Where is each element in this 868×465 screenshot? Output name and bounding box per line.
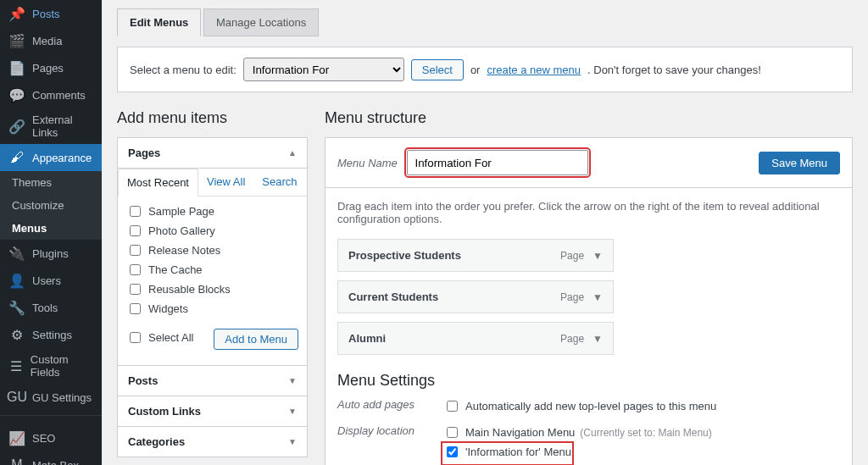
chevron-down-icon: ▼ bbox=[288, 376, 297, 385]
select-menu-label: Select a menu to edit: bbox=[130, 64, 236, 76]
page-item[interactable]: Sample Page bbox=[126, 202, 298, 221]
sidebar-sub-customize[interactable]: Customize bbox=[0, 194, 102, 217]
page-checkbox[interactable] bbox=[130, 264, 141, 275]
sidebar-label: Plugins bbox=[32, 247, 69, 260]
page-list[interactable]: Sample PagePhoto GalleryRelease NotesThe… bbox=[118, 197, 307, 322]
sidebar-item-posts[interactable]: 📌Posts bbox=[0, 0, 102, 27]
tab-manage-locations[interactable]: Manage Locations bbox=[203, 8, 319, 36]
sidebar-item-tools[interactable]: 🔧Tools bbox=[0, 294, 102, 321]
sidebar-label: Posts bbox=[32, 8, 60, 20]
sidebar-label: Appearance bbox=[32, 152, 92, 164]
menu-select[interactable]: Information For bbox=[243, 58, 404, 81]
accordion-categories[interactable]: Categories▼ bbox=[118, 427, 307, 457]
page-item[interactable]: Widgets bbox=[126, 299, 298, 318]
location-info-for[interactable]: 'Information for' Menu bbox=[443, 444, 571, 460]
drag-hint: Drag each item into the order you prefer… bbox=[337, 200, 840, 225]
sidebar-item-meta-box[interactable]: MMeta Box bbox=[0, 451, 102, 465]
sidebar-item-external-links[interactable]: 🔗External Links bbox=[0, 108, 102, 144]
select-all[interactable]: Select All bbox=[126, 329, 193, 346]
subtab-search[interactable]: Search bbox=[253, 169, 305, 196]
page-item[interactable]: Photo Gallery bbox=[126, 221, 298, 241]
accordion-pages[interactable]: Pages▲ bbox=[118, 138, 307, 168]
sidebar-item-comments[interactable]: 💬Comments bbox=[0, 81, 102, 108]
accordion-custom-links[interactable]: Custom Links▼ bbox=[118, 396, 307, 426]
save-menu-button-top[interactable]: Save Menu bbox=[759, 152, 840, 174]
sidebar-item-users[interactable]: 👤Users bbox=[0, 267, 102, 294]
subtab-view-all[interactable]: View All bbox=[198, 169, 253, 196]
create-menu-link[interactable]: create a new menu bbox=[487, 64, 581, 76]
sidebar-item-appearance[interactable]: 🖌Appearance bbox=[0, 144, 102, 171]
menu-item[interactable]: Prospective StudentsPage ▼ bbox=[337, 239, 614, 272]
sidebar-item-gu-settings[interactable]: GUGU Settings bbox=[0, 384, 102, 411]
sidebar-item-settings[interactable]: ⚙Settings bbox=[0, 321, 102, 348]
page-checkbox[interactable] bbox=[130, 225, 141, 236]
add-items-title: Add menu items bbox=[117, 109, 308, 127]
sidebar-sub-themes[interactable]: Themes bbox=[0, 171, 102, 194]
sidebar-label: Settings bbox=[32, 329, 72, 341]
auto-add-option[interactable]: Automatically add new top-level pages to… bbox=[443, 398, 716, 414]
sidebar-icon: 💬 bbox=[8, 86, 25, 103]
sidebar-label: Media bbox=[32, 35, 62, 47]
location-main-nav[interactable]: Main Navigation Menu (Currently set to: … bbox=[443, 424, 712, 440]
page-checkbox[interactable] bbox=[130, 303, 141, 314]
chevron-up-icon: ▲ bbox=[288, 148, 297, 158]
sidebar-icon: 📄 bbox=[8, 59, 25, 76]
sidebar-item-pages[interactable]: 📄Pages bbox=[0, 54, 102, 81]
or-text: or bbox=[470, 64, 481, 76]
sidebar-icon: 🔌 bbox=[8, 245, 25, 262]
sidebar-label: Comments bbox=[32, 89, 86, 102]
page-checkbox[interactable] bbox=[130, 206, 141, 217]
page-checkbox[interactable] bbox=[130, 245, 141, 256]
menu-name-input[interactable] bbox=[407, 150, 588, 175]
sidebar-sub-menus[interactable]: Menus bbox=[0, 217, 102, 240]
sidebar-icon: 🎬 bbox=[8, 32, 25, 49]
sidebar-item-plugins[interactable]: 🔌Plugins bbox=[0, 240, 102, 267]
sidebar-icon: 🖌 bbox=[8, 149, 25, 166]
select-menu-bar: Select a menu to edit: Information For S… bbox=[117, 47, 853, 92]
page-checkbox[interactable] bbox=[130, 284, 141, 295]
sidebar-icon: M bbox=[8, 457, 25, 465]
page-item[interactable]: Reusable Blocks bbox=[126, 280, 298, 299]
sidebar-icon: 📌 bbox=[8, 5, 25, 22]
sidebar-label: Custom Fields bbox=[31, 353, 93, 379]
sidebar-label: External Links bbox=[32, 113, 93, 139]
auto-add-checkbox[interactable] bbox=[447, 401, 458, 412]
sidebar-item-media[interactable]: 🎬Media bbox=[0, 27, 102, 54]
select-all-checkbox[interactable] bbox=[130, 332, 141, 343]
menu-item[interactable]: Current StudentsPage ▼ bbox=[337, 280, 614, 313]
sidebar-label: Meta Box bbox=[32, 459, 79, 466]
sidebar-label: GU Settings bbox=[32, 391, 92, 404]
sidebar-icon: 👤 bbox=[8, 272, 25, 289]
select-button[interactable]: Select bbox=[411, 59, 464, 80]
selbar-tail: . Don't forget to save your changes! bbox=[587, 64, 761, 76]
sidebar-label: SEO bbox=[32, 432, 55, 445]
page-item[interactable]: Release Notes bbox=[126, 241, 298, 260]
subtab-most-recent[interactable]: Most Recent bbox=[118, 169, 198, 197]
auto-add-label: Auto add pages bbox=[337, 398, 443, 411]
page-item[interactable]: The Cache bbox=[126, 260, 298, 280]
sidebar-icon: GU bbox=[8, 389, 25, 406]
sidebar-item-seo[interactable]: 📈SEO bbox=[0, 424, 102, 451]
chevron-down-icon: ▼ bbox=[288, 437, 297, 446]
sidebar-label: Pages bbox=[32, 62, 64, 75]
sidebar-label: Users bbox=[32, 274, 61, 287]
sidebar-icon: 📈 bbox=[8, 429, 25, 446]
sidebar-icon: 🔗 bbox=[8, 118, 25, 135]
menu-structure-title: Menu structure bbox=[325, 109, 853, 127]
tab-edit-menus[interactable]: Edit Menus bbox=[117, 8, 201, 36]
menu-item[interactable]: AlumniPage ▼ bbox=[337, 322, 614, 355]
location-note: (Currently set to: Main Menu) bbox=[580, 427, 711, 439]
sidebar-item-custom-fields[interactable]: ☰Custom Fields bbox=[0, 348, 102, 384]
sidebar-label: Tools bbox=[32, 302, 58, 314]
location-info-for-checkbox[interactable] bbox=[447, 446, 458, 457]
sidebar-icon: ⚙ bbox=[8, 326, 25, 343]
add-to-menu-button[interactable]: Add to Menu bbox=[214, 329, 298, 350]
display-location-label: Display location bbox=[337, 424, 443, 437]
location-main-nav-checkbox[interactable] bbox=[447, 427, 458, 438]
chevron-down-icon: ▼ bbox=[288, 407, 297, 416]
accordion-posts[interactable]: Posts▼ bbox=[118, 366, 307, 396]
menu-name-label: Menu Name bbox=[337, 157, 398, 169]
sidebar-icon: ☰ bbox=[8, 357, 24, 374]
menu-settings-title: Menu Settings bbox=[337, 372, 840, 390]
sidebar-icon: 🔧 bbox=[8, 299, 25, 316]
